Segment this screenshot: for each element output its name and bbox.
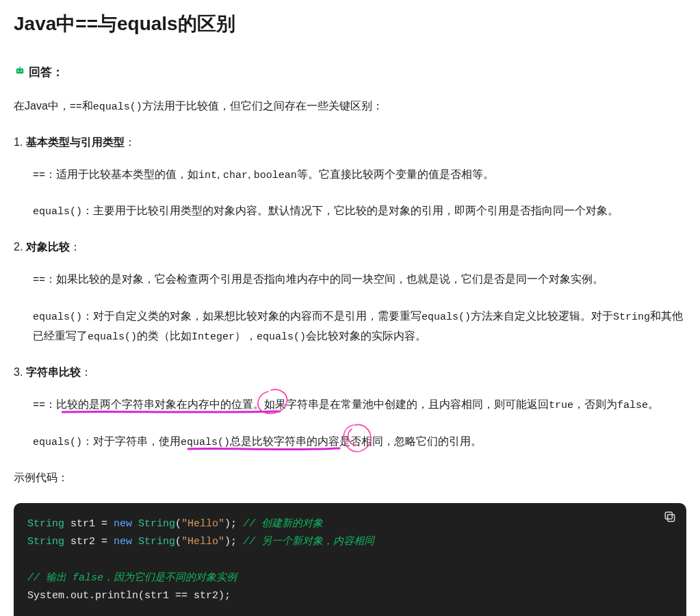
code-content: String str1 = new String("Hello"); // 创建… [27,515,673,616]
code-block: String str1 = new String("Hello"); // 创建… [14,503,686,616]
svg-rect-0 [16,68,24,74]
example-label: 示例代码： [14,468,686,487]
section-3-head: 3. 字符串比较： [14,363,686,381]
section-3-item-1: ==：比较的是两个字符串对象在内存中的位置。如果字符串是在常量池中创建的，且内容… [33,395,686,415]
copy-icon [663,510,677,524]
section-2-item-2: equals()：对于自定义类的对象，如果想比较对象的内容而不是引用，需要重写e… [33,307,686,347]
svg-point-1 [18,70,19,72]
code-equals: equals() [93,101,142,113]
robot-icon [14,64,26,80]
annotation-underline-1 [62,410,281,414]
svg-rect-5 [665,512,672,519]
section-1-head: 1. 基本类型与引用类型： [14,133,686,151]
intro-paragraph: 在Java中，==和equals()方法用于比较值，但它们之间存在一些关键区别： [14,97,686,116]
section-1-item-2: equals()：主要用于比较引用类型的对象内容。默认情况下，它比较的是对象的引… [33,201,686,221]
section-3-item-2: equals()：对于字符串，使用equals()总是比较字符串的内容是否相同，… [33,432,686,452]
answer-heading: 回答： [14,64,686,80]
section-2-head: 2. 对象比较： [14,238,686,256]
code-eqeq: == [70,101,82,113]
answer-label-text: 回答： [29,64,64,80]
svg-point-2 [21,70,22,72]
svg-rect-3 [19,66,21,68]
page-title: Java中==与equals的区别 [14,11,686,37]
section-2-item-1: ==：如果比较的是对象，它会检查两个引用是否指向堆内存中的同一块空间，也就是说，… [33,270,686,290]
copy-button[interactable] [663,510,678,525]
svg-rect-4 [668,515,675,522]
section-1-item-1: ==：适用于比较基本类型的值，如int, char, boolean等。它直接比… [33,165,686,185]
